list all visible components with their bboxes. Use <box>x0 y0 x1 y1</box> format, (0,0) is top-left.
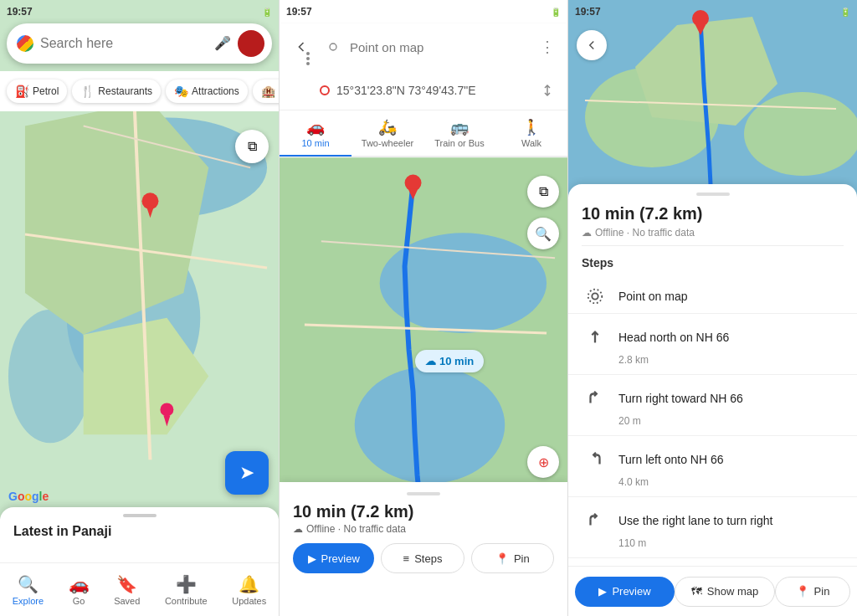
bottom-sheet-title: Latest in Panaji <box>13 524 265 539</box>
preview-button[interactable]: ▶ Preview <box>293 543 374 573</box>
category-bar: ⛽ Petrol 🍴 Restaurants 🎭 Attractions 🏨 H… <box>0 71 279 111</box>
tab-car[interactable]: 🚗 10 min <box>280 111 352 157</box>
step-item-4: Use the right lane to turn right 110 m <box>568 497 857 558</box>
status-bar-2: 19:57 🔋 <box>280 0 567 23</box>
battery-icon-3: 🔋 <box>840 8 850 17</box>
tab-walk-label: Walk <box>521 138 541 148</box>
car-icon: 🚗 <box>306 118 325 136</box>
transport-mode-tabs: 🚗 10 min 🛵 Two-wheeler 🚌 Train or Bus 🚶 … <box>280 110 567 157</box>
nav-go[interactable]: 🚗 Go <box>69 574 90 606</box>
step-icon-0 <box>582 283 608 310</box>
navigation-fab[interactable]: ➤ <box>225 451 269 495</box>
offline-status: ☁ Offline · No traffic data <box>293 523 554 535</box>
steps-map-preview: 19:57 🔋 <box>568 0 857 201</box>
status-bar-3: 19:57 🔋 <box>568 0 857 23</box>
route-destination-bar <box>280 70 567 110</box>
svg-point-24 <box>744 92 857 176</box>
route-time-badge: ☁ 10 min <box>415 350 484 372</box>
steps-pin-label: Pin <box>814 585 830 598</box>
pin-icon: 📍 <box>495 552 509 565</box>
pin-button[interactable]: 📍 Pin <box>471 543 554 573</box>
recenter-button[interactable]: ⊕ <box>527 446 559 478</box>
category-hotels[interactable]: 🏨 Hotels <box>253 80 279 103</box>
steps-pin-button[interactable]: 📍 Pin <box>775 577 850 607</box>
status-icons-1: 🔋 <box>262 8 272 17</box>
search-input[interactable] <box>40 36 208 51</box>
layers-button-2[interactable]: ⧉ <box>527 176 559 208</box>
step-icon-3 <box>582 446 608 473</box>
nav-explore-label: Explore <box>13 596 44 606</box>
step-text-0: Point on map <box>618 290 844 303</box>
go-icon: 🚗 <box>69 574 90 594</box>
bottom-navigation: 🔍 Explore 🚗 Go 🔖 Saved ➕ Contribute 🔔 Up… <box>0 562 279 616</box>
back-button-3[interactable] <box>577 30 607 60</box>
status-icons-3: 🔋 <box>840 8 850 17</box>
contribute-icon: ➕ <box>176 574 197 594</box>
transit-icon: 🚌 <box>450 118 469 136</box>
nav-explore[interactable]: 🔍 Explore <box>13 574 44 606</box>
tab-two-wheeler[interactable]: 🛵 Two-wheeler <box>352 110 423 156</box>
svg-point-16 <box>355 367 505 484</box>
nav-go-label: Go <box>73 596 85 606</box>
nav-contribute[interactable]: ➕ Contribute <box>165 574 208 606</box>
status-time-3: 19:57 <box>575 6 601 18</box>
nav-updates[interactable]: 🔔 Updates <box>232 574 266 606</box>
step-dist-3: 4.0 km <box>582 476 844 496</box>
attractions-icon: 🎭 <box>174 85 188 98</box>
step-icon-4 <box>582 507 608 534</box>
step-text-2: Turn right toward NH 66 <box>618 392 844 405</box>
step-dist-1: 2.8 km <box>582 354 844 374</box>
show-map-label: Show map <box>707 585 758 598</box>
tab-transit-label: Train or Bus <box>434 138 485 148</box>
hotels-icon: 🏨 <box>261 85 275 98</box>
layers-button[interactable]: ⧉ <box>235 130 269 163</box>
cloud-icon: ☁ <box>425 355 436 367</box>
steps-offline-status: ☁ Offline · No traffic data <box>568 227 857 245</box>
steps-offline-text: Offline · No traffic data <box>595 227 695 239</box>
layers-icon-2: ⧉ <box>539 184 548 199</box>
category-petrol[interactable]: ⛽ Petrol <box>7 80 67 103</box>
steps-icon: ≡ <box>403 552 410 565</box>
step-item-1: Head north on NH 66 2.8 km <box>568 314 857 375</box>
user-avatar[interactable] <box>238 30 264 57</box>
status-time-2: 19:57 <box>286 6 312 18</box>
location-icon: ⊕ <box>538 454 549 470</box>
show-map-button[interactable]: 🗺 Show map <box>675 577 775 607</box>
tab-transit[interactable]: 🚌 Train or Bus <box>423 110 495 156</box>
steps-route-duration: 10 min (7.2 km) <box>568 201 857 227</box>
route-origin-bar: ⋮ <box>280 23 567 70</box>
preview-icon: ▶ <box>308 552 316 565</box>
origin-input[interactable] <box>350 40 531 54</box>
steps-preview-icon: ▶ <box>598 585 607 598</box>
step-item-0: Point on map <box>568 273 857 314</box>
steps-label: Steps <box>414 552 442 565</box>
tab-walk[interactable]: 🚶 Walk <box>495 110 567 156</box>
step-dist-4: 110 m <box>582 537 844 557</box>
step-item-2: Turn right toward NH 66 20 m <box>568 375 857 436</box>
svg-point-30 <box>588 290 603 304</box>
nav-updates-label: Updates <box>232 596 266 606</box>
tab-two-wheeler-label: Two-wheeler <box>362 138 413 148</box>
steps-button[interactable]: ≡ Steps <box>381 543 464 573</box>
explore-icon: 🔍 <box>18 574 38 594</box>
destination-input[interactable] <box>336 84 527 97</box>
category-restaurants[interactable]: 🍴 Restaurants <box>72 80 161 103</box>
more-options-button[interactable]: ⋮ <box>534 33 561 60</box>
back-button-2[interactable] <box>286 32 316 62</box>
search-on-map-button[interactable]: 🔍 <box>527 218 559 249</box>
category-attractions[interactable]: 🎭 Attractions <box>166 80 248 103</box>
layers-icon: ⧉ <box>248 139 257 154</box>
category-petrol-label: Petrol <box>33 85 59 97</box>
steps-preview-button[interactable]: ▶ Preview <box>575 577 675 607</box>
status-icons-2: 🔋 <box>551 8 561 17</box>
panel-route-view: 19:57 🔋 ⋮ <box>280 0 568 616</box>
mic-icon[interactable]: 🎤 <box>214 35 231 52</box>
step-icon-1 <box>582 324 608 351</box>
step-item-3: Turn left onto NH 66 4.0 km <box>568 436 857 497</box>
nav-saved[interactable]: 🔖 Saved <box>114 574 140 606</box>
swap-directions-button[interactable] <box>534 77 561 104</box>
step-text-4: Use the right lane to turn right <box>618 514 844 527</box>
status-bar-1: 19:57 🔋 <box>0 0 279 23</box>
search-bar[interactable]: 🎤 <box>7 23 272 64</box>
route-duration: 10 min (7.2 km) <box>293 502 554 521</box>
